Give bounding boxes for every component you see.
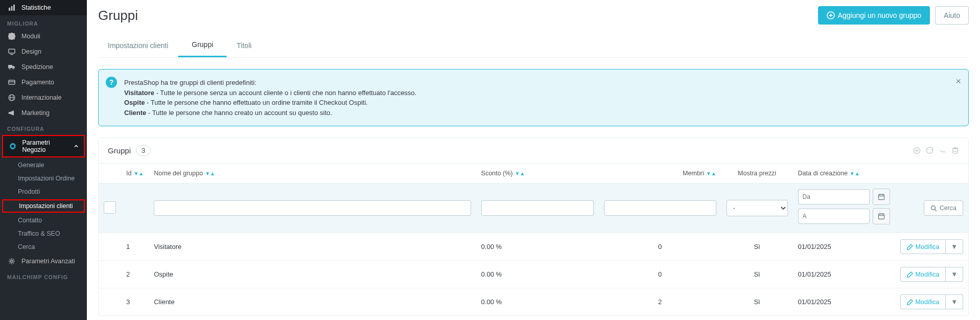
svg-point-19 <box>953 147 958 149</box>
sidebar-item-label: Design <box>21 48 41 55</box>
sidebar-item-label: Parametri Negozio <box>22 139 74 153</box>
cell-name: Ospite <box>149 261 476 288</box>
col-members[interactable]: Membri▼▲ <box>599 164 721 184</box>
col-discount[interactable]: Sconto (%)▼▲ <box>476 164 599 184</box>
col-created[interactable]: Data di creazione▼▲ <box>793 164 895 184</box>
col-show-prices: Mostra prezzi <box>721 164 793 184</box>
panel-header: Gruppi 3 <box>99 138 968 164</box>
sidebar-item-spedizione[interactable]: Spedizione <box>0 59 87 75</box>
calendar-to-button[interactable] <box>873 208 890 224</box>
sidebar-sub-contatto[interactable]: Contatto <box>0 214 87 227</box>
sidebar-item-parametri-negozio[interactable]: Parametri Negozio <box>2 135 85 157</box>
col-id[interactable]: Id▼▲ <box>121 164 149 184</box>
calendar-from-button[interactable] <box>873 189 890 205</box>
modify-button[interactable]: Modifica <box>900 239 946 254</box>
alert-text-3: - Tutte le persone che hanno creato un a… <box>146 109 332 117</box>
sort-icon: ▼▲ <box>850 171 860 176</box>
tab-gruppi[interactable]: Gruppi <box>178 34 227 57</box>
sidebar-item-moduli[interactable]: Moduli <box>0 29 87 44</box>
svg-rect-2 <box>13 5 15 11</box>
sidebar-item-label: Parametri Avanzati <box>21 258 75 265</box>
truck-icon <box>7 63 16 71</box>
sidebar-item-design[interactable]: Design <box>0 44 87 59</box>
modify-button[interactable]: Modifica <box>900 267 946 282</box>
cell-members: 0 <box>599 233 721 261</box>
panel-title: Gruppi <box>108 146 131 155</box>
cell-name: Visitatore <box>149 233 476 261</box>
sidebar-sub-prodotti[interactable]: Prodotti <box>0 185 87 198</box>
svg-point-28 <box>931 205 935 210</box>
select-all-checkbox[interactable] <box>104 201 116 214</box>
sidebar-item-statistiche[interactable]: Statistiche <box>0 0 87 15</box>
filter-members-input[interactable] <box>604 200 716 216</box>
sidebar-item-label: Moduli <box>21 33 40 40</box>
help-button[interactable]: Aiuto <box>935 6 969 25</box>
sidebar-item-marketing[interactable]: Marketing <box>0 105 87 121</box>
cell-members: 2 <box>599 288 721 316</box>
filter-date-to-input[interactable] <box>798 209 870 224</box>
panel-tools <box>913 147 959 154</box>
export-icon[interactable] <box>951 147 959 154</box>
cell-created: 01/01/2025 <box>793 288 895 316</box>
sidebar-sub-generale[interactable]: Generale <box>0 158 87 172</box>
cell-members: 0 <box>599 261 721 288</box>
cell-id: 2 <box>121 261 149 288</box>
sidebar-item-pagamento[interactable]: Pagamento <box>0 75 87 90</box>
filter-discount-input[interactable] <box>481 200 594 216</box>
cell-created: 01/01/2025 <box>793 261 895 288</box>
button-label: Aggiungi un nuovo gruppo <box>838 11 921 19</box>
row-actions-dropdown[interactable]: ▼ <box>946 294 963 309</box>
svg-rect-20 <box>878 195 884 200</box>
cell-show-prices: Sì <box>721 288 793 316</box>
svg-point-5 <box>9 68 11 70</box>
info-icon: ? <box>106 77 117 88</box>
sidebar-item-label: Spedizione <box>21 63 53 71</box>
svg-rect-3 <box>9 49 15 53</box>
sidebar-item-label: Pagamento <box>21 79 54 86</box>
sql-icon[interactable] <box>939 147 946 154</box>
filter-name-input[interactable] <box>154 200 471 216</box>
sidebar-sub-cerca[interactable]: Cerca <box>0 240 87 254</box>
gear-icon <box>8 143 17 150</box>
alert-text-1: - Tutte le persone senza un account clie… <box>154 89 416 97</box>
tab-titoli[interactable]: Titoli <box>227 34 261 57</box>
add-icon[interactable] <box>913 147 921 154</box>
filter-row: - <box>99 184 968 233</box>
refresh-icon[interactable] <box>926 147 934 154</box>
close-alert-button[interactable]: × <box>955 75 961 88</box>
row-actions-dropdown[interactable]: ▼ <box>946 239 963 254</box>
cell-id: 1 <box>121 233 149 261</box>
svg-line-29 <box>935 209 937 211</box>
sidebar-sub-traffico-seo[interactable]: Traffico & SEO <box>0 227 87 240</box>
sidebar-item-internazionale[interactable]: Internazionale <box>0 90 87 105</box>
sidebar-item-parametri-avanzati[interactable]: Parametri Avanzati <box>0 254 87 269</box>
svg-rect-24 <box>878 214 884 219</box>
sidebar-sub-ordine[interactable]: Impostazioni Ordine <box>0 172 87 185</box>
button-label: Aiuto <box>944 11 960 19</box>
search-button[interactable]: Cerca <box>924 200 963 216</box>
table-row: 1 Visitatore 0.00 % 0 Sì 01/01/2025 Modi… <box>99 233 968 261</box>
add-group-button[interactable]: Aggiungi un nuovo gruppo <box>818 6 930 25</box>
puzzle-icon <box>7 33 16 40</box>
plus-circle-icon <box>827 11 835 19</box>
cell-created: 01/01/2025 <box>793 233 895 261</box>
svg-rect-7 <box>9 80 15 84</box>
settings-advanced-icon <box>7 258 16 265</box>
main-content: Gruppi Aggiungi un nuovo gruppo Aiuto Im… <box>87 0 980 320</box>
svg-point-6 <box>13 68 14 70</box>
svg-rect-0 <box>9 8 10 11</box>
svg-rect-1 <box>11 6 13 11</box>
row-actions-dropdown[interactable]: ▼ <box>946 267 963 282</box>
modify-button[interactable]: Modifica <box>900 294 946 309</box>
filter-date-from-input[interactable] <box>798 189 870 204</box>
tab-impostazioni-clienti[interactable]: Impostazioni clienti <box>98 34 178 57</box>
globe-icon <box>7 94 16 101</box>
cell-name: Cliente <box>149 288 476 316</box>
sort-icon: ▼▲ <box>133 171 144 176</box>
alert-bold-ospite: Ospite <box>124 99 145 106</box>
card-icon <box>7 79 16 86</box>
sidebar-sub-clienti[interactable]: Impostazioni clienti <box>2 199 85 213</box>
filter-show-prices-select[interactable]: - <box>727 200 788 216</box>
cell-id: 3 <box>121 288 149 316</box>
col-name[interactable]: Nome del gruppo▼▲ <box>149 164 476 184</box>
